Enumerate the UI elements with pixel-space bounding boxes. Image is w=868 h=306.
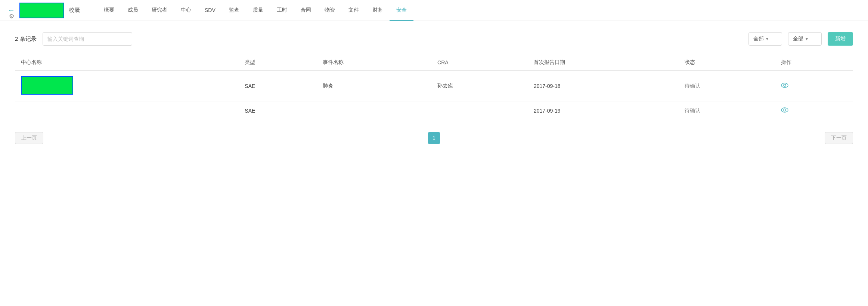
add-button[interactable]: 新增 [828,32,853,46]
table-header: 中心名称类型事件名称CRA首次报告日期状态操作 [15,55,853,71]
prev-page-button[interactable]: 上一页 [15,132,43,144]
col-header: CRA [431,55,528,71]
col-header: 状态 [679,55,775,71]
gear-icon[interactable]: ⚙ [9,13,14,20]
center-name-logo [21,76,73,95]
page-number-1[interactable]: 1 [428,132,440,144]
filter-2-label: 全部 [793,36,803,42]
filter-select-2[interactable]: 全部 ▾ [788,32,822,46]
nav-tab-finance[interactable]: 财务 [366,0,390,21]
table-row: SAE2017-09-19待确认 [15,101,853,120]
first-report-date-cell: 2017-09-18 [528,71,679,101]
header-left: ← 校囊 [7,3,90,18]
nav-tab-members[interactable]: 成员 [121,0,145,21]
table-row: SAE肺炎孙去疾2017-09-18待确认 [15,71,853,101]
type-cell: SAE [239,101,317,120]
chevron-down-icon-1: ▾ [766,36,768,42]
svg-point-3 [784,109,786,111]
next-page-button[interactable]: 下一页 [825,132,853,144]
nav-tab-documents[interactable]: 文件 [342,0,366,21]
action-cell [775,71,853,101]
header: ← 校囊 ⚙ 概要成员研究者中心SDV监查质量工时合同物资文件财务安全 [0,0,868,21]
chevron-down-icon-2: ▾ [806,36,808,42]
svg-point-1 [784,84,786,86]
event-name-cell [317,101,431,120]
center-name-cell [15,101,239,120]
search-input[interactable] [43,32,132,46]
filter-select-1[interactable]: 全部 ▾ [748,32,782,46]
nav-tab-materials[interactable]: 物资 [318,0,342,21]
view-icon[interactable] [781,82,788,89]
nav-tab-monitor[interactable]: 监查 [222,0,246,21]
status-cell: 待确认 [679,101,775,120]
header-subtitle: 校囊 [69,7,80,14]
svg-point-0 [781,83,788,88]
nav-tab-safety[interactable]: 安全 [390,0,413,21]
nav-tab-overview[interactable]: 概要 [97,0,121,21]
type-cell: SAE [239,71,317,101]
nav-tab-center[interactable]: 中心 [174,0,198,21]
col-header: 类型 [239,55,317,71]
col-header: 中心名称 [15,55,239,71]
col-header: 首次报告日期 [528,55,679,71]
col-header: 事件名称 [317,55,431,71]
filter-1-label: 全部 [753,36,764,42]
view-icon[interactable] [781,107,788,114]
event-name-cell: 肺炎 [317,71,431,101]
status-cell: 待确认 [679,71,775,101]
nav-tabs: 概要成员研究者中心SDV监查质量工时合同物资文件财务安全 [90,0,861,21]
col-header: 操作 [775,55,853,71]
svg-point-2 [781,108,788,112]
data-table: 中心名称类型事件名称CRA首次报告日期状态操作 SAE肺炎孙去疾2017-09-… [15,55,853,120]
pagination: 上一页 1 下一页 [15,132,853,144]
toolbar: 2 条记录 全部 ▾ 全部 ▾ 新增 [15,32,853,46]
nav-tab-workhours[interactable]: 工时 [270,0,294,21]
record-count: 2 条记录 [15,36,37,43]
action-cell [775,101,853,120]
nav-tab-contract[interactable]: 合同 [294,0,318,21]
nav-tab-sdv[interactable]: SDV [198,0,222,21]
table-wrap: 中心名称类型事件名称CRA首次报告日期状态操作 SAE肺炎孙去疾2017-09-… [15,55,853,120]
main-content: 2 条记录 全部 ▾ 全部 ▾ 新增 中心名称类型事件名称CRA首次报告日期状态… [0,21,868,152]
cra-cell: 孙去疾 [431,71,528,101]
center-name-cell [15,71,239,101]
cra-cell [431,101,528,120]
table-body: SAE肺炎孙去疾2017-09-18待确认 SAE2017-09-19待确认 [15,71,853,120]
nav-tab-quality[interactable]: 质量 [246,0,270,21]
logo-box [19,3,64,18]
first-report-date-cell: 2017-09-19 [528,101,679,120]
nav-tab-researchers[interactable]: 研究者 [145,0,174,21]
page-numbers: 1 [428,132,440,144]
table-header-row: 中心名称类型事件名称CRA首次报告日期状态操作 [15,55,853,71]
